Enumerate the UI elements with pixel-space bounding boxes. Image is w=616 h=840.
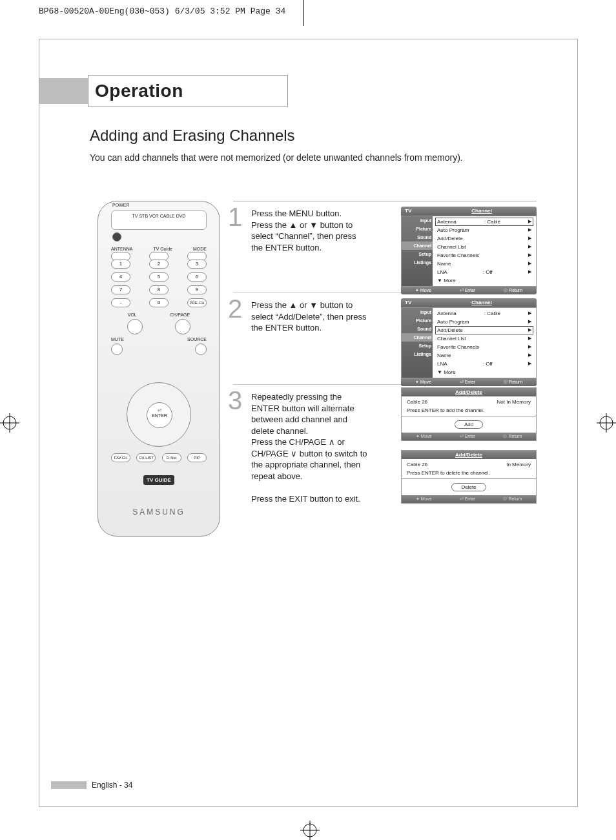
legend-enter: ⏎ Enter <box>460 288 476 293</box>
legend-move: ✦ Move <box>416 497 432 502</box>
osd-legend: ✦ Move ⏎ Enter ⦾ Return <box>402 433 536 440</box>
chevron-right-icon: ▶ <box>528 327 531 333</box>
legend-return: ⦾ Return <box>503 497 522 502</box>
osd-side-item: Picture <box>402 316 433 325</box>
osd-row-label: Auto Program <box>437 227 469 233</box>
adddel-channel: Cable 26 <box>407 399 427 405</box>
legend-enter: ⏎ Enter <box>460 380 476 385</box>
legend-move: ✦ Move <box>415 288 431 293</box>
num-5: 5 <box>149 272 169 282</box>
osd-row-label: Antenna <box>437 219 457 225</box>
chlist-button: CH.LIST <box>136 453 156 462</box>
vol-rocker <box>127 319 143 334</box>
prech-button: PRE-CH <box>187 298 207 307</box>
osd-row-label: Channel List <box>437 244 466 250</box>
intro-paragraph: You can add channels that were not memor… <box>90 152 463 163</box>
osd-side-item: Setup <box>402 342 433 350</box>
chpage-rocker <box>175 319 190 334</box>
source-button <box>195 343 207 355</box>
chpage-label: CH/PAGE <box>170 312 190 317</box>
footer-text: English - 34 <box>92 781 132 790</box>
step-1: 1 Press the MENU button. Press the ▲ or … <box>233 201 537 293</box>
page-frame: Operation Adding and Erasing Channels Yo… <box>39 39 578 807</box>
chevron-right-icon: ▶ <box>528 311 531 316</box>
step-number: 2 <box>228 294 242 323</box>
osd-row-value: : Off <box>483 361 493 367</box>
num-9: 9 <box>187 285 207 294</box>
osd-side-item: Channel <box>402 333 433 342</box>
adddel-title: Add/Delete <box>402 388 536 396</box>
osd-title: Channel <box>427 298 537 307</box>
osd-title: Channel <box>427 207 537 216</box>
adddel-prompt: Press ENTER to add the channel. <box>402 407 536 416</box>
tvguide-label: TV Guide <box>153 247 172 251</box>
mode-label: MODE <box>193 247 207 251</box>
osd-sidebar: Input Picture Sound Channel Setup Listin… <box>402 216 433 286</box>
chevron-right-icon: ▶ <box>528 269 531 275</box>
chevron-right-icon: ▶ <box>528 261 531 267</box>
crop-mark-top <box>303 0 304 26</box>
num-3: 3 <box>187 260 207 269</box>
dnet-button: D-Net <box>162 453 181 462</box>
num-2: 2 <box>149 260 169 269</box>
crop-mark-right <box>597 413 616 433</box>
legend-enter: ⏎ Enter <box>460 497 476 502</box>
osd-screenshot-delete: Add/Delete Cable 26 In Memory Press ENTE… <box>401 450 537 504</box>
osd-row-label: Antenna <box>437 311 457 316</box>
print-header: BP68-00520A-00Eng(030~053) 6/3/05 3:52 P… <box>39 6 285 16</box>
num-6: 6 <box>187 272 207 282</box>
step-text: Press the MENU button. Press the ▲ or ▼ … <box>251 208 367 253</box>
step-number: 3 <box>228 386 242 415</box>
osd-row-label: Add/Delete <box>437 327 463 333</box>
osd-side-item: Setup <box>402 250 433 258</box>
source-label: SOURCE <box>187 337 207 342</box>
crop-mark-left <box>0 413 19 433</box>
osd-row-label: ▼ More <box>437 369 455 375</box>
remote-illustration: POWER TV STB VCR CABLE DVD ANTENNA TV Gu… <box>98 201 220 537</box>
legend-return: ⦾ Return <box>504 288 522 293</box>
steps-column: 1 Press the MENU button. Press the ▲ or … <box>233 201 537 553</box>
chevron-right-icon: ▶ <box>528 236 531 241</box>
osd-side-item: Listings <box>402 350 433 358</box>
num-dash: - <box>111 298 130 307</box>
legend-return: ⦾ Return <box>503 434 522 439</box>
osd-screenshot-add: Add/Delete Cable 26 Not In Memory Press … <box>401 387 537 513</box>
osd-row-label: Favorite Channels <box>437 252 479 258</box>
osd-side-item: Input <box>402 308 433 316</box>
adddel-status: In Memory <box>506 462 531 467</box>
legend-move: ✦ Move <box>416 434 432 439</box>
osd-row-label: Name <box>437 261 451 267</box>
osd-row-value: : Cable <box>484 219 500 225</box>
section-title-box: Operation <box>88 75 288 107</box>
osd-row-label: ▼ More <box>437 278 455 283</box>
osd-row-label: LNA <box>437 269 447 275</box>
osd-row-label: Favorite Channels <box>437 344 479 350</box>
legend-enter: ⏎ Enter <box>460 434 476 439</box>
enter-button: ⏎ENTER <box>147 402 172 428</box>
osd-corner: TV <box>401 298 427 307</box>
mute-button <box>111 343 123 355</box>
osd-row-label: LNA <box>437 361 447 367</box>
adddel-prompt: Press ENTER to delete the channel. <box>402 470 536 479</box>
mute-label: MUTE <box>111 337 124 342</box>
chevron-right-icon: ▶ <box>528 252 531 258</box>
section-title: Operation <box>95 81 183 101</box>
num-1: 1 <box>111 260 130 269</box>
brand-logo: SAMSUNG <box>98 507 220 517</box>
legend-return: ⦾ Return <box>504 380 522 385</box>
favch-button: FAV.CH <box>111 453 130 462</box>
chevron-right-icon: ▶ <box>528 344 531 350</box>
step-2: 2 Press the ▲ or ▼ button to select “Add… <box>233 293 537 385</box>
add-button: Add <box>455 420 483 429</box>
osd-side-item: Input <box>402 216 433 225</box>
osd-legend: ✦ Move ⏎ Enter ⦾ Return <box>402 495 536 503</box>
step-text: Repeatedly pressing the ENTER button wil… <box>251 391 367 504</box>
enter-label: ENTER <box>152 413 167 418</box>
adddel-channel: Cable 26 <box>407 462 427 467</box>
step-number: 1 <box>228 203 242 232</box>
osd-screenshot-channel-menu: TV Channel Input Picture Sound Channel S… <box>401 207 537 294</box>
chevron-right-icon: ▶ <box>528 244 531 250</box>
pip-button: PIP <box>187 453 207 462</box>
step-3: 3 Repeatedly pressing the ENTER button w… <box>233 385 537 553</box>
osd-row-value: : Cable <box>484 311 500 316</box>
